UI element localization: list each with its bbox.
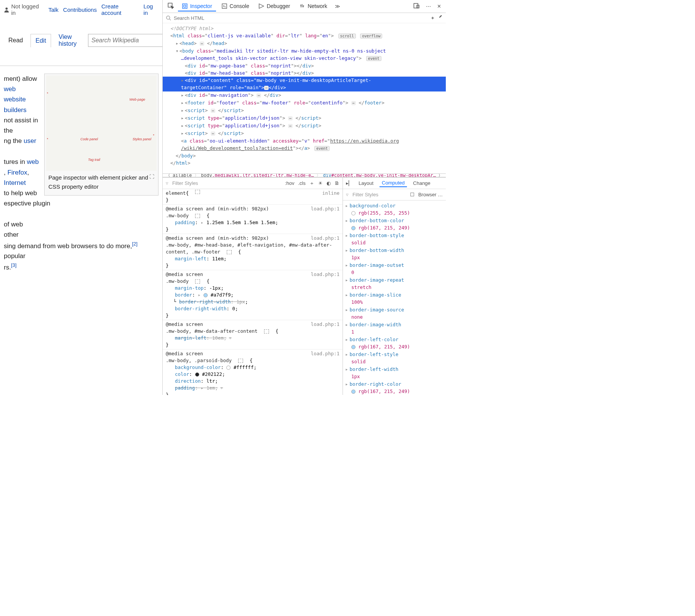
link-firefox[interactable]: Firefox [7, 169, 27, 176]
funnel-icon[interactable]: ▿ [166, 180, 168, 186]
browser-styles-label: Browser … [418, 192, 443, 197]
add-node-icon[interactable]: ＋ [430, 14, 435, 21]
tab-view-history[interactable]: View history [54, 30, 81, 50]
tab-network[interactable]: Network [295, 2, 331, 11]
html-search-input[interactable] [174, 15, 428, 21]
kebab-menu-icon[interactable]: ⋯ [424, 2, 433, 11]
talk-link[interactable]: Talk [48, 6, 59, 13]
login-status: Not logged in [4, 3, 44, 16]
responsive-mode-icon[interactable] [411, 1, 422, 12]
computed-list[interactable]: ▸background-color rgb(255, 255, 255)▸bor… [343, 201, 446, 395]
svg-point-0 [5, 7, 8, 10]
wiki-view-tabs: Read Edit View history [0, 30, 162, 50]
devtools-toolbar: Inspector Console Debugger Network ≫ ⋯ ✕ [163, 0, 446, 13]
link-internet[interactable]: Internet [4, 179, 26, 186]
eyedropper-icon[interactable] [437, 15, 443, 21]
cls-toggle[interactable]: .cls [298, 180, 306, 186]
computed-filter-row: ▿ Filter Styles ☐ Browser … [343, 189, 446, 201]
search-box[interactable] [88, 34, 163, 47]
link-website-builders[interactable]: website builders [4, 96, 27, 113]
create-account-link[interactable]: Create account [101, 3, 139, 16]
citation-2[interactable]: [2] [132, 241, 137, 247]
print-mode-icon[interactable]: 🗎 [335, 180, 339, 186]
add-rule-icon[interactable]: ＋ [309, 180, 314, 187]
svg-point-9 [167, 16, 170, 19]
svg-line-10 [169, 19, 171, 20]
wikipedia-page: Not logged in Talk Contributions Create … [0, 0, 163, 395]
more-tabs-icon[interactable]: ≫ [333, 2, 343, 11]
dom-breadcrumb[interactable]: 〈 ailable 〉 body.mediawiki.ltr.sitedir-l… [163, 173, 446, 177]
person-icon [4, 7, 9, 13]
link-web[interactable]: web [4, 85, 16, 93]
link-web2[interactable]: web [27, 158, 38, 165]
rules-toolbar: ▿ Filter Styles :hov .cls ＋ ☀ ◐ 🗎 [163, 178, 343, 189]
light-mode-icon[interactable]: ☀ [318, 180, 323, 186]
wiki-personal-nav: Not logged in Talk Contributions Create … [0, 0, 162, 19]
rules-pane: ▿ Filter Styles :hov .cls ＋ ☀ ◐ 🗎 elemen… [163, 178, 343, 395]
side-tabs: ▸▏ Layout Computed Change [343, 178, 446, 189]
hov-toggle[interactable]: :hov [285, 180, 295, 186]
tab-debugger[interactable]: Debugger [255, 2, 294, 11]
tab-console[interactable]: Console [218, 2, 253, 11]
computed-filter-label[interactable]: Filter Styles [352, 192, 378, 197]
toggle-sidebar-icon[interactable]: ▸▏ [346, 180, 352, 186]
svg-rect-4 [183, 4, 187, 8]
tab-edit[interactable]: Edit [30, 34, 51, 47]
search-icon [166, 15, 171, 21]
browser-styles-checkbox[interactable]: ☐ [410, 192, 415, 197]
side-tab-changes[interactable]: Change [411, 180, 433, 187]
side-tab-layout[interactable]: Layout [356, 180, 376, 187]
svg-rect-5 [184, 5, 186, 7]
dom-tree[interactable]: <!DOCTYPE html><html class="client-js ve… [163, 23, 446, 173]
link-user[interactable]: user [24, 137, 36, 144]
article-content: Web-page Code panel Styles panel Tag tra… [0, 74, 162, 273]
tab-inspector[interactable]: Inspector [178, 2, 216, 11]
contributions-link[interactable]: Contributions [63, 6, 97, 13]
enlarge-icon[interactable]: ⛶ [149, 173, 154, 181]
breadcrumb-next-icon[interactable]: 〉 [438, 173, 443, 177]
rules-list[interactable]: element { inline}@media screen and (min-… [163, 189, 343, 395]
citation-3[interactable]: [3] [11, 262, 16, 268]
tab-read[interactable]: Read [4, 34, 27, 47]
login-link[interactable]: Log in [143, 3, 159, 16]
svg-rect-7 [414, 3, 418, 8]
devtools-panel: Inspector Console Debugger Network ≫ ⋯ ✕ [163, 0, 446, 395]
thumbnail-image[interactable]: Web-page Code panel Styles panel Tag tra… [46, 75, 157, 171]
close-icon[interactable]: ✕ [435, 2, 444, 11]
breadcrumb-prev-icon[interactable]: 〈 [166, 173, 170, 177]
side-tab-computed[interactable]: Computed [380, 179, 407, 187]
thumbnail-caption: ⛶ Page inspector with element picker and… [46, 171, 157, 194]
thumbnail: Web-page Code panel Styles panel Tag tra… [44, 74, 159, 196]
computed-pane: ▸▏ Layout Computed Change ▿ Filter Style… [343, 178, 446, 395]
pick-element-icon[interactable] [165, 1, 176, 12]
html-search-row: ＋ [163, 13, 446, 23]
filter-styles-label[interactable]: Filter Styles [172, 180, 198, 186]
search-input[interactable] [91, 37, 163, 44]
dark-mode-icon[interactable]: ◐ [327, 180, 331, 186]
